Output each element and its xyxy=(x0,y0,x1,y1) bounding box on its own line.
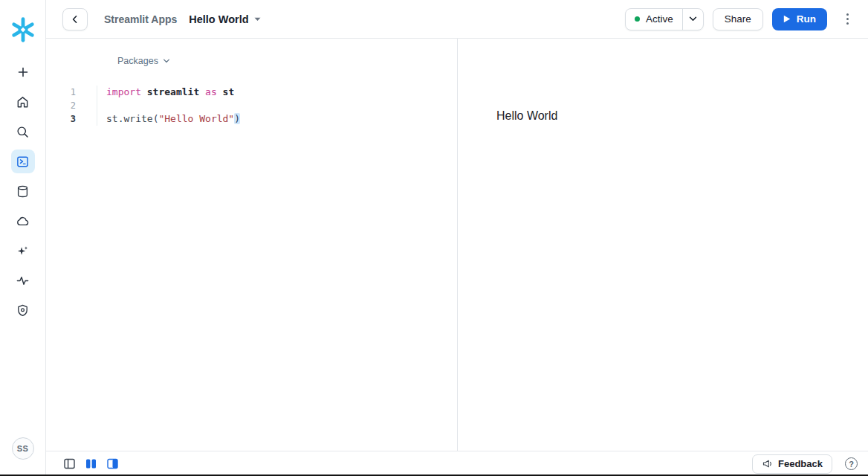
sidebar-item-projects[interactable] xyxy=(11,149,35,173)
preview-output-text: Hello World xyxy=(496,109,868,123)
status-dot-icon xyxy=(635,16,640,22)
content: Packages 1import streamlit as st 2 3st.w… xyxy=(46,39,868,451)
code-line[interactable]: 1import streamlit as st xyxy=(46,86,457,99)
sidebar-item-home[interactable] xyxy=(11,90,35,114)
run-button[interactable]: Run xyxy=(772,8,827,30)
cloud-icon xyxy=(16,214,30,228)
play-icon xyxy=(783,15,791,23)
status-label: Active xyxy=(646,13,673,25)
packages-dropdown[interactable]: Packages xyxy=(117,56,170,66)
activity-icon xyxy=(16,274,30,288)
app-window: SS Streamlit Apps Hello World xyxy=(0,0,868,476)
user-avatar[interactable]: SS xyxy=(12,437,34,460)
sparkle-icon xyxy=(16,244,30,258)
layout-split-view-button[interactable] xyxy=(85,458,97,470)
split-view-icon xyxy=(85,458,97,469)
code-token: "Hello World" xyxy=(158,113,234,124)
help-button[interactable]: ? xyxy=(845,457,858,470)
panel-right-icon xyxy=(107,458,118,469)
line-number: 3 xyxy=(46,112,83,126)
code-token: streamlit xyxy=(147,86,199,97)
snowflake-logo[interactable] xyxy=(8,15,38,45)
header: Streamlit Apps Hello World Active xyxy=(46,0,868,39)
breadcrumb[interactable]: Streamlit Apps xyxy=(104,13,177,25)
code-token xyxy=(199,86,205,97)
packages-label: Packages xyxy=(117,56,158,66)
avatar-initials: SS xyxy=(17,444,28,453)
layout-toggles xyxy=(63,458,118,470)
search-icon xyxy=(16,125,30,139)
sidebar: SS xyxy=(0,0,46,476)
panel-left-icon xyxy=(64,458,75,469)
status-button[interactable]: Active xyxy=(626,9,682,30)
megaphone-icon xyxy=(762,459,773,469)
projects-icon xyxy=(16,155,30,169)
code-line[interactable]: 3st.write("Hello World") xyxy=(46,112,457,126)
run-label: Run xyxy=(797,13,816,25)
sidebar-item-new[interactable] xyxy=(11,60,35,84)
help-label: ? xyxy=(849,460,854,469)
code-token xyxy=(217,86,223,97)
line-number: 2 xyxy=(46,99,83,112)
app-preview-pane: Hello World xyxy=(458,39,868,451)
sidebar-item-ai[interactable] xyxy=(11,239,35,263)
line-number: 1 xyxy=(46,86,83,99)
chevron-down-icon xyxy=(689,16,697,22)
code-editor[interactable]: 1import streamlit as st 2 3st.write("Hel… xyxy=(46,86,457,126)
database-icon xyxy=(16,184,30,199)
code-text: st.write("Hello World") xyxy=(97,112,240,126)
code-token: ) xyxy=(234,113,240,124)
back-button[interactable] xyxy=(62,8,88,30)
sidebar-item-compute[interactable] xyxy=(11,209,35,233)
sidebar-item-data[interactable] xyxy=(11,179,35,203)
chevron-down-icon xyxy=(163,59,170,63)
code-token: st xyxy=(223,86,235,97)
main-column: Streamlit Apps Hello World Active xyxy=(46,0,868,476)
home-icon xyxy=(16,95,30,109)
footer: Feedback ? xyxy=(46,451,868,476)
shield-icon xyxy=(16,303,30,318)
code-line[interactable]: 2 xyxy=(46,99,457,112)
layout-left-panel-button[interactable] xyxy=(63,458,75,470)
feedback-label: Feedback xyxy=(778,458,823,469)
status-split-button: Active xyxy=(625,8,704,30)
status-dropdown-button[interactable] xyxy=(682,9,703,30)
app-title-menu[interactable]: Hello World xyxy=(189,13,260,25)
sidebar-item-admin[interactable] xyxy=(11,298,35,322)
share-button[interactable]: Share xyxy=(713,8,763,30)
more-menu-button[interactable] xyxy=(838,9,856,30)
feedback-button[interactable]: Feedback xyxy=(752,454,832,474)
layout-right-panel-button[interactable] xyxy=(106,458,118,470)
snowflake-logo-icon xyxy=(10,16,36,43)
code-text xyxy=(97,99,106,112)
sidebar-item-search[interactable] xyxy=(11,120,35,144)
code-token: import xyxy=(106,86,141,97)
sidebar-item-monitoring[interactable] xyxy=(11,268,35,292)
code-editor-pane: Packages 1import streamlit as st 2 3st.w… xyxy=(46,39,458,451)
code-token: write xyxy=(123,113,152,124)
page-title: Hello World xyxy=(189,13,248,25)
code-text: import streamlit as st xyxy=(97,86,234,99)
caret-down-icon xyxy=(254,17,261,22)
code-token: as xyxy=(205,86,217,97)
chevron-left-icon xyxy=(70,14,80,25)
code-token: st xyxy=(106,113,118,124)
code-token xyxy=(141,86,147,97)
plus-icon xyxy=(16,65,30,79)
